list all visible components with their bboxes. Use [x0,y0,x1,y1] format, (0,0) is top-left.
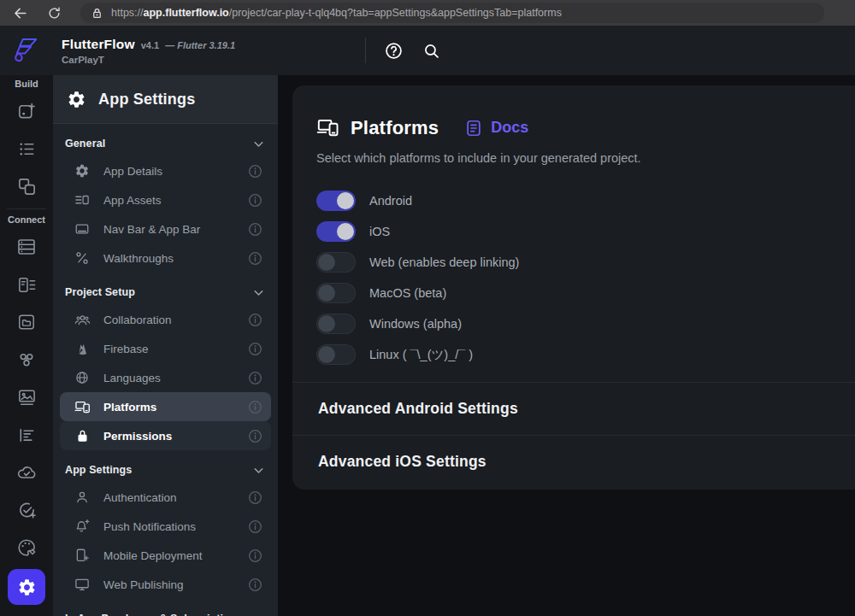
info-icon[interactable] [248,549,262,563]
browser-refresh-button[interactable] [39,2,68,24]
browser-back-button[interactable] [5,2,34,24]
settings-item-firebase[interactable]: Firebase [60,334,271,363]
section-header-app-settings[interactable]: App Settings [53,457,278,483]
toggle-row-linux: Linux ( ¯\_(ツ)_/¯ ) [316,339,841,370]
section-header-iap[interactable]: In App Purchases & Subscriptions [53,606,278,616]
panel-header: App Settings [53,75,278,124]
page-list-icon[interactable] [0,130,53,167]
app-settings-panel: App Settings General App Details App Ass… [53,75,278,616]
settings-item-app-assets[interactable]: App Assets [60,185,271,214]
settings-item-mobile-deployment[interactable]: Mobile Deployment [60,541,271,570]
android-toggle[interactable] [316,191,356,211]
section-header-project-setup[interactable]: Project Setup [53,279,278,305]
nav-rail: Build Connect [0,75,53,616]
page-title: Platforms [351,117,439,139]
info-icon[interactable] [248,222,262,237]
platforms-icon [74,399,91,415]
docs-link[interactable]: Docs [464,119,528,138]
toggle-knob [337,223,354,240]
settings-nav-item[interactable] [0,566,53,607]
platforms-section: Platforms Docs Select which platforms to… [292,85,855,370]
toggle-knob [337,192,354,209]
windows-toggle[interactable] [316,314,356,334]
info-icon[interactable] [248,164,262,179]
page-subtitle: Select which platforms to include in you… [316,151,841,165]
settings-item-authentication[interactable]: Authentication [60,483,271,512]
gear-icon [74,163,91,179]
settings-item-app-details[interactable]: App Details [60,156,271,185]
info-icon[interactable] [248,490,262,505]
info-icon[interactable] [248,371,262,385]
platforms-content-card: Platforms Docs Select which platforms to… [292,85,855,490]
project-name: CarPlayT [62,55,235,65]
database-icon[interactable] [0,228,53,266]
rail-section-build: Build [15,79,38,92]
toggle-row-macos: MacOS (beta) [316,278,841,308]
people-icon [74,312,91,328]
section-header-general[interactable]: General [53,131,278,156]
toggle-row-web: Web (enables deep linking) [316,247,841,278]
gear-icon [67,90,86,109]
settings-gear-icon[interactable] [8,569,45,605]
page-url[interactable]: https://app.flutterflow.io/project/car-p… [111,7,562,19]
search-icon[interactable] [421,40,441,61]
linux-toggle[interactable] [316,344,356,365]
theme-icon[interactable] [0,529,53,566]
flutter-version: — Flutter 3.19.1 [165,40,235,50]
info-icon[interactable] [248,342,262,356]
brand-block: FlutterFlow v4.1 — Flutter 3.19.1 CarPla… [62,37,235,65]
info-icon[interactable] [248,578,262,592]
info-icon[interactable] [248,400,262,414]
flutterflow-logo[interactable] [0,26,53,75]
add-widget-icon[interactable] [0,92,53,130]
components-icon[interactable] [0,167,53,205]
settings-item-collaboration[interactable]: Collaboration [60,305,271,334]
chevron-down-icon [251,137,266,151]
cms-icon[interactable] [0,266,53,303]
navbar-icon [74,221,91,237]
toggle-row-android: Android [316,185,841,216]
settings-item-permissions[interactable]: Permissions [60,421,271,450]
header-divider [365,38,366,63]
cloud-check-icon[interactable] [0,454,53,491]
settings-item-platforms[interactable]: Platforms [60,392,271,421]
walkthrough-icon [74,250,91,266]
assets-icon [74,192,91,208]
panel-title: App Settings [98,91,195,109]
storage-icon[interactable] [0,303,53,341]
monitor-icon [74,577,91,592]
info-icon[interactable] [248,313,262,327]
macos-toggle[interactable] [316,283,356,303]
app-version: v4.1 [141,40,159,50]
info-icon[interactable] [248,193,262,208]
ios-toggle[interactable] [316,221,356,242]
check-plus-icon[interactable] [0,491,53,529]
settings-item-web-publishing[interactable]: Web Publishing [60,570,271,599]
toggle-row-ios: iOS [316,216,841,247]
advanced-ios-settings-section[interactable]: Advanced iOS Settings [292,435,855,493]
settings-item-push-notifications[interactable]: Push Notifications [60,512,271,541]
chevron-down-icon [251,285,266,300]
settings-item-walkthroughs[interactable]: Walkthroughs [60,243,271,273]
toggle-knob [318,315,335,332]
settings-item-languages[interactable]: Languages [60,363,271,392]
media-icon[interactable] [0,378,53,416]
chevron-down-icon [251,463,266,478]
toggle-knob [318,254,335,271]
help-icon[interactable] [383,40,404,61]
advanced-android-settings-section[interactable]: Advanced Android Settings [292,382,855,435]
web-toggle[interactable] [316,252,356,273]
info-icon[interactable] [248,519,262,534]
info-icon[interactable] [248,251,262,266]
info-icon[interactable] [248,429,262,443]
site-security-lock-icon[interactable] [91,7,103,20]
docs-icon [464,119,483,138]
align-lines-icon[interactable] [0,416,53,454]
integrations-icon[interactable] [0,341,53,378]
address-bar[interactable]: https://app.flutterflow.io/project/car-p… [80,3,824,23]
globe-icon [74,370,91,385]
toggle-knob [318,346,335,363]
phone-plus-icon [74,548,91,563]
rail-section-connect: Connect [8,214,45,228]
settings-item-nav-bar[interactable]: Nav Bar & App Bar [60,214,271,243]
